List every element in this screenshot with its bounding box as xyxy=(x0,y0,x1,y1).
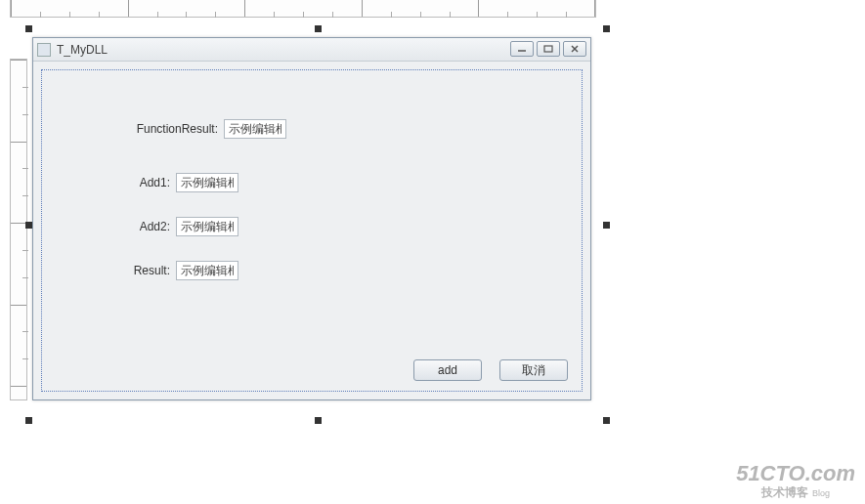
resize-handle-n[interactable] xyxy=(315,25,322,32)
resize-handle-ne[interactable] xyxy=(603,25,610,32)
input-add1[interactable] xyxy=(176,173,238,192)
watermark-line2: 技术博客Blog xyxy=(736,486,855,498)
cancel-button[interactable]: 取消 xyxy=(499,359,568,381)
label-add2: Add2: xyxy=(132,220,176,233)
resize-handle-sw[interactable] xyxy=(25,417,32,424)
window-title: T_MyDLL xyxy=(57,43,108,57)
resize-handle-s[interactable] xyxy=(315,417,322,424)
input-result[interactable] xyxy=(176,261,238,280)
watermark-line1: 51CTO.com xyxy=(736,463,855,484)
title-bar[interactable]: T_MyDLL xyxy=(33,38,590,62)
label-function-result: FunctionResult: xyxy=(132,122,224,136)
button-row: add 取消 xyxy=(413,359,568,381)
watermark: 51CTO.com 技术博客Blog xyxy=(736,463,855,498)
input-add2[interactable] xyxy=(176,217,238,236)
label-result: Result: xyxy=(132,264,176,277)
close-button[interactable] xyxy=(563,41,586,57)
row-result: Result: xyxy=(132,261,238,280)
ok-button[interactable]: add xyxy=(413,359,482,381)
svg-rect-1 xyxy=(544,46,552,52)
resize-handle-w[interactable] xyxy=(25,222,32,229)
app-icon xyxy=(37,43,51,57)
ruler-vertical xyxy=(10,59,27,400)
row-add1: Add1: xyxy=(132,173,238,192)
dialog-window[interactable]: T_MyDLL FunctionResult: Add1: Add2: xyxy=(32,37,591,400)
minimize-button[interactable] xyxy=(510,41,534,57)
maximize-button[interactable] xyxy=(537,41,560,57)
input-function-result[interactable] xyxy=(224,119,286,139)
resize-handle-e[interactable] xyxy=(603,222,610,229)
ruler-horizontal xyxy=(10,0,596,18)
resize-handle-se[interactable] xyxy=(603,417,610,424)
row-add2: Add2: xyxy=(132,217,238,236)
label-add1: Add1: xyxy=(132,176,176,189)
row-function-result: FunctionResult: xyxy=(132,119,286,139)
dialog-client-area: FunctionResult: Add1: Add2: Result: add … xyxy=(41,69,583,392)
resize-handle-nw[interactable] xyxy=(25,25,32,32)
